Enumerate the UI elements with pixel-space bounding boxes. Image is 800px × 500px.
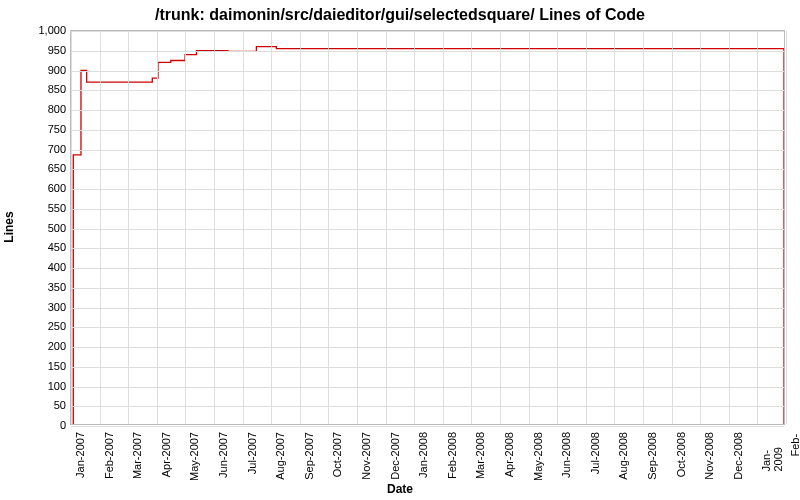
gridline-h	[71, 189, 784, 190]
gridline-h	[71, 387, 784, 388]
y-tick-label: 250	[30, 320, 66, 332]
y-tick-label: 50	[30, 399, 66, 411]
gridline-h	[71, 51, 784, 52]
x-tick-label: Feb-2009	[789, 432, 800, 456]
plot-area	[70, 30, 785, 425]
x-axis-label: Date	[0, 482, 800, 496]
gridline-v	[643, 31, 644, 424]
gridline-v	[214, 31, 215, 424]
x-tick-label: Nov-2007	[360, 432, 372, 480]
chart-title: /trunk: daimonin/src/daieditor/gui/selec…	[0, 6, 800, 24]
x-tick-label: Apr-2008	[503, 432, 515, 477]
y-tick-label: 150	[30, 360, 66, 372]
y-tick-label: 100	[30, 380, 66, 392]
gridline-h	[71, 288, 784, 289]
x-tick-label: Jun-2008	[560, 432, 572, 478]
gridline-v	[357, 31, 358, 424]
y-tick-label: 750	[30, 123, 66, 135]
x-tick-label: Jun-2007	[217, 432, 229, 478]
gridline-v	[271, 31, 272, 424]
gridline-v	[71, 31, 72, 424]
gridline-h	[71, 268, 784, 269]
gridline-v	[185, 31, 186, 424]
gridline-h	[71, 110, 784, 111]
gridline-h	[71, 347, 784, 348]
x-tick-label: Mar-2008	[474, 432, 486, 479]
gridline-h	[71, 90, 784, 91]
x-tick-label: Sep-2007	[303, 432, 315, 480]
x-tick-label: Dec-2007	[389, 432, 401, 480]
gridline-h	[71, 71, 784, 72]
gridline-v	[672, 31, 673, 424]
gridline-h	[71, 229, 784, 230]
x-tick-label: May-2008	[532, 432, 544, 481]
y-tick-label: 200	[30, 340, 66, 352]
gridline-v	[586, 31, 587, 424]
x-tick-label: Apr-2007	[160, 432, 172, 477]
gridline-v	[300, 31, 301, 424]
gridline-v	[443, 31, 444, 424]
gridline-v	[500, 31, 501, 424]
y-tick-label: 850	[30, 83, 66, 95]
gridline-v	[414, 31, 415, 424]
gridline-v	[614, 31, 615, 424]
y-tick-label: 600	[30, 182, 66, 194]
y-tick-label: 400	[30, 261, 66, 273]
x-tick-label: Jan-2009	[760, 432, 784, 472]
x-tick-label: Oct-2007	[331, 432, 343, 477]
gridline-h	[71, 367, 784, 368]
x-tick-label: Feb-2007	[103, 432, 115, 479]
gridline-h	[71, 169, 784, 170]
y-tick-label: 550	[30, 202, 66, 214]
gridline-v	[786, 31, 787, 424]
gridline-v	[471, 31, 472, 424]
gridline-v	[157, 31, 158, 424]
y-axis-label: Lines	[2, 211, 16, 242]
x-tick-label: Jan-2007	[74, 432, 86, 478]
y-tick-label: 800	[30, 103, 66, 115]
x-tick-label: Jul-2007	[246, 432, 258, 474]
gridline-v	[729, 31, 730, 424]
gridline-v	[128, 31, 129, 424]
y-tick-label: 650	[30, 162, 66, 174]
y-tick-label: 900	[30, 64, 66, 76]
y-tick-label: 0	[30, 419, 66, 431]
gridline-h	[71, 308, 784, 309]
y-tick-label: 500	[30, 222, 66, 234]
gridline-v	[328, 31, 329, 424]
gridline-h	[71, 130, 784, 131]
x-tick-label: Feb-2008	[446, 432, 458, 479]
x-tick-label: Dec-2008	[732, 432, 744, 480]
x-tick-label: Jul-2008	[589, 432, 601, 474]
x-tick-label: May-2007	[188, 432, 200, 481]
gridline-h	[71, 31, 784, 32]
gridline-h	[71, 209, 784, 210]
gridline-v	[386, 31, 387, 424]
gridline-v	[100, 31, 101, 424]
gridline-h	[71, 248, 784, 249]
gridline-h	[71, 327, 784, 328]
y-tick-label: 950	[30, 44, 66, 56]
y-tick-label: 350	[30, 281, 66, 293]
gridline-h	[71, 426, 784, 427]
gridline-v	[700, 31, 701, 424]
gridline-v	[757, 31, 758, 424]
gridline-h	[71, 150, 784, 151]
y-tick-label: 450	[30, 241, 66, 253]
x-tick-label: Sep-2008	[646, 432, 658, 480]
x-tick-label: Mar-2007	[131, 432, 143, 479]
y-tick-label: 300	[30, 301, 66, 313]
gridline-h	[71, 406, 784, 407]
x-tick-label: Nov-2008	[703, 432, 715, 480]
gridline-v	[529, 31, 530, 424]
x-tick-label: Oct-2008	[675, 432, 687, 477]
x-tick-label: Jan-2008	[417, 432, 429, 478]
x-tick-label: Aug-2008	[617, 432, 629, 480]
y-tick-label: 1,000	[30, 24, 66, 36]
gridline-v	[243, 31, 244, 424]
y-tick-label: 700	[30, 143, 66, 155]
gridline-v	[557, 31, 558, 424]
x-tick-label: Aug-2007	[274, 432, 286, 480]
